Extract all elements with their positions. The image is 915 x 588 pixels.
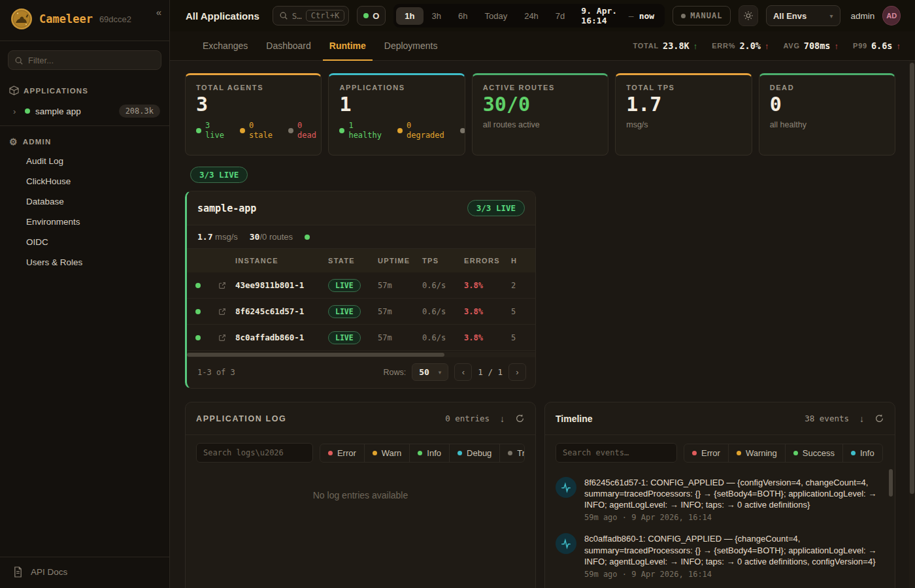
online-status-button[interactable]: O [357,6,386,25]
trend-up-icon: ↑ [835,41,839,51]
event-text: 8c0affadb860-1: CONFIG_APPLIED — {change… [584,533,882,566]
range-3h[interactable]: 3h [424,7,450,25]
filter-error[interactable]: Error [320,444,364,462]
card-applications: APPLICATIONS 1 1healthy 0degraded 0criti [328,73,465,155]
col-tps: TPS [422,257,464,265]
filter-info[interactable]: Info [409,444,449,462]
card-subtitle: all routes active [483,120,597,129]
filter-info[interactable]: Info [842,444,882,462]
status-dot-green [195,335,201,340]
card-total-agents: TOTAL AGENTS 3 3live 0stale 0dead [185,73,322,155]
horizontal-scrollbar[interactable] [187,352,535,357]
timeline-event[interactable]: 8c0affadb860-1: CONFIG_APPLIED — {change… [556,533,882,578]
cameleer-logo-icon [10,8,33,30]
table-row[interactable]: 8c0affadb860-1 LIVE 57m 0.6/s 3.8% 5 [187,325,535,351]
next-page-button[interactable]: › [508,363,526,381]
page-scrollbar[interactable] [909,61,915,588]
range-1h[interactable]: 1h [396,7,423,25]
heap-value: 5 [511,307,535,316]
log-search-input[interactable] [196,443,313,463]
topbar: All Applications S… Ctrl+K O 1h 3h 6h To… [170,0,915,31]
main-area: All Applications S… Ctrl+K O 1h 3h 6h To… [170,0,915,588]
sidebar-item-sample-app[interactable]: › sample app 208.3k [0,99,169,123]
instance-id: 8f6245c61d57-1 [235,306,328,316]
card-value: 1.7 [626,95,740,114]
external-link-icon[interactable] [209,281,235,290]
status-dot-green [339,128,344,133]
refresh-icon[interactable] [874,414,884,423]
range-today[interactable]: Today [476,7,516,25]
timeline-event[interactable]: 8f6245c61d57-1: CONFIG_APPLIED — {config… [556,477,882,522]
tab-runtime[interactable]: Runtime [320,31,375,60]
timeline-scrollbar-thumb[interactable] [889,469,893,497]
filter-warn[interactable]: Warn [364,444,410,462]
filter-warning[interactable]: Warning [728,444,785,462]
status-dot-gray [288,128,293,133]
sidebar-item-users-roles[interactable]: Users & Roles [0,252,169,272]
manual-dot [681,14,686,18]
sidebar-item-oidc[interactable]: OIDC [0,232,169,252]
filter-error[interactable]: Error [684,444,728,462]
card-subtitle: msg/s [626,120,740,129]
env-select[interactable]: All Envs ▾ [766,5,840,26]
event-text: 8f6245c61d57-1: CONFIG_APPLIED — {config… [584,477,882,510]
sidebar-filter-input[interactable] [8,50,161,70]
filter-trace[interactable]: Trace [499,444,525,462]
refresh-mode-button[interactable]: MANUAL [673,6,731,25]
external-link-icon[interactable] [209,307,235,316]
event-timestamp: 59m ago · 9 Apr 2026, 16:14 [584,513,882,522]
search-placeholder: S… [292,11,302,21]
error-dot [692,451,697,455]
timeline-search-input[interactable] [556,443,677,463]
prev-page-button[interactable]: ‹ [454,363,472,381]
errors-value: 3.8% [464,333,511,342]
kpi-value: 6.6s [871,41,893,51]
range-6h[interactable]: 6h [450,7,476,25]
sidebar-item-database[interactable]: Database [0,191,169,212]
log-level-filter-group: Error Warn Info Debug Trace [320,444,525,463]
range-7d[interactable]: 7d [547,7,573,25]
status-dot-green [195,309,201,314]
tab-dashboard[interactable]: Dashboard [257,31,320,60]
kpi-err: ERR% 2.0% ↑ [712,41,769,51]
card-dead: DEAD 0 all healthy [759,73,895,155]
rows-per-page-select[interactable]: 50 ▾ [412,363,448,381]
kpi-value: 23.8K [663,41,690,51]
theme-toggle-button[interactable] [739,5,757,26]
scroll-to-bottom-button[interactable]: ↓ [500,414,505,424]
search-shortcut-kbd: Ctrl+K [306,10,344,22]
time-window-display[interactable]: 9. Apr. 16:14 — now [573,6,662,25]
app-live-badge: 3/3 LIVE [467,200,525,216]
api-docs-link[interactable]: API Docs [0,557,169,588]
card-value: 1 [339,95,454,114]
filter-debug[interactable]: Debug [449,444,499,462]
sidebar-item-environments[interactable]: Environments [0,212,169,232]
scroll-to-bottom-button[interactable]: ↓ [859,414,864,424]
sidebar-item-audit-log[interactable]: Audit Log [0,151,169,171]
page-indicator: 1 / 1 [478,367,503,377]
sidebar-collapse-button[interactable]: « [156,7,161,18]
table-row[interactable]: 43ee9811b801-1 LIVE 57m 0.6/s 3.8% 2 [187,272,535,299]
scrollbar-thumb[interactable] [910,63,914,494]
admin-section-header: ⚙ ADMIN [0,129,169,151]
external-link-icon[interactable] [209,333,235,342]
chevron-right-icon[interactable]: › [13,106,20,116]
online-label: O [373,11,379,21]
status-dot-green [305,235,310,240]
filter-success[interactable]: Success [785,444,842,462]
tab-deployments[interactable]: Deployments [375,31,447,60]
kpi-label: ERR% [712,42,735,50]
avatar[interactable]: AD [882,6,901,25]
sidebar-item-clickhouse[interactable]: ClickHouse [0,171,169,191]
search-icon [14,56,24,65]
scrollbar-thumb[interactable] [187,353,444,357]
global-search-box[interactable]: S… Ctrl+K [273,6,349,25]
cube-icon [9,86,19,95]
refresh-icon[interactable] [515,414,525,423]
table-row[interactable]: 8f6245c61d57-1 LIVE 57m 0.6/s 3.8% 5 [187,299,535,325]
panel-title: APPLICATION LOG [196,414,286,423]
tab-exchanges[interactable]: Exchanges [193,31,257,60]
status-dot-green [195,283,201,288]
range-24h[interactable]: 24h [516,7,547,25]
chevron-down-icon: ▾ [439,369,442,376]
